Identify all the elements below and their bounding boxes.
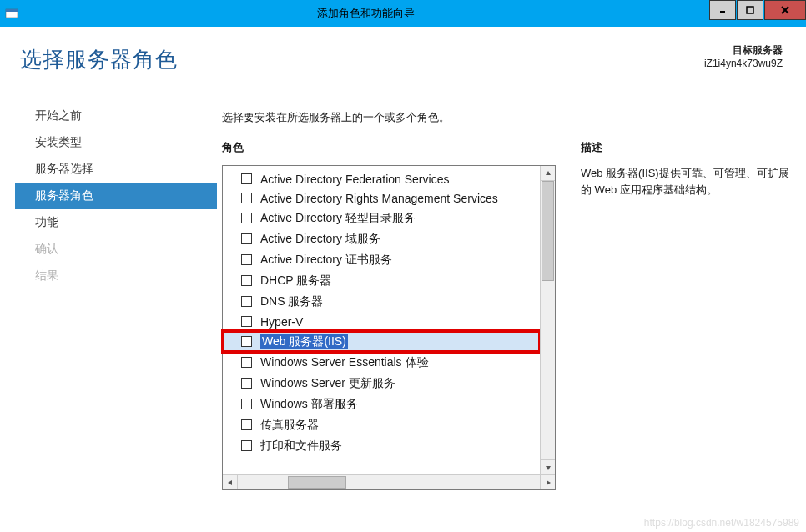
nav-item-2[interactable]: 服务器选择 (20, 156, 217, 183)
role-row-2[interactable]: Active Directory 轻型目录服务 (223, 208, 540, 228)
role-row-0[interactable]: Active Directory Federation Services (223, 169, 540, 188)
role-row-12[interactable]: 传真服务器 (223, 414, 540, 435)
checkbox-icon[interactable] (241, 173, 252, 184)
role-row-9[interactable]: Windows Server Essentials 体验 (223, 352, 540, 373)
description-header: 描述 (581, 140, 794, 155)
roles-listbox: Active Directory Federation ServicesActi… (222, 165, 556, 490)
role-row-7[interactable]: Hyper-V (223, 312, 540, 331)
target-server-label: 目标服务器 (704, 43, 783, 58)
role-row-4[interactable]: Active Directory 证书服务 (223, 249, 540, 270)
instruction-text: 选择要安装在所选服务器上的一个或多个角色。 (222, 110, 794, 125)
role-label: Active Directory 证书服务 (260, 253, 392, 268)
role-label: 传真服务器 (260, 418, 319, 433)
scroll-thumb[interactable] (542, 181, 554, 281)
svg-rect-3 (747, 7, 753, 13)
svg-marker-8 (228, 480, 232, 485)
scroll-right-button[interactable] (540, 475, 555, 489)
role-row-10[interactable]: Windows Server 更新服务 (223, 373, 540, 394)
checkbox-icon[interactable] (241, 357, 252, 368)
description-text: Web 服务器(IIS)提供可靠、可管理、可扩展的 Web 应用程序基础结构。 (581, 165, 794, 198)
svg-marker-6 (546, 171, 551, 175)
scroll-down-button[interactable] (541, 459, 555, 474)
role-label: Windows 部署服务 (260, 397, 358, 412)
role-row-11[interactable]: Windows 部署服务 (223, 394, 540, 414)
page-title: 选择服务器角色 (20, 45, 217, 74)
hscroll-track[interactable] (238, 475, 540, 489)
checkbox-icon[interactable] (241, 378, 252, 389)
nav-item-6: 结果 (20, 263, 217, 289)
checkbox-icon[interactable] (241, 296, 252, 307)
nav-item-4[interactable]: 功能 (20, 209, 217, 236)
role-row-3[interactable]: Active Directory 域服务 (223, 228, 540, 249)
role-label: 打印和文件服务 (260, 439, 342, 454)
role-label: Hyper-V (260, 315, 303, 329)
nav-item-0[interactable]: 开始之前 (20, 103, 217, 129)
svg-marker-7 (546, 466, 551, 470)
roles-list[interactable]: Active Directory Federation ServicesActi… (223, 166, 540, 474)
nav-item-3[interactable]: 服务器角色 (15, 183, 217, 209)
role-label: Windows Server Essentials 体验 (260, 355, 429, 370)
role-label: Active Directory 轻型目录服务 (260, 211, 416, 226)
checkbox-icon[interactable] (241, 419, 252, 430)
roles-header: 角色 (222, 140, 556, 155)
wizard-nav: 开始之前安装类型服务器选择服务器角色功能确认结果 (20, 96, 217, 289)
app-icon (5, 7, 18, 20)
checkbox-icon[interactable] (241, 440, 252, 451)
role-label: DNS 服务器 (260, 294, 323, 309)
vertical-scrollbar[interactable] (540, 166, 555, 474)
svg-rect-1 (6, 9, 18, 12)
checkbox-icon[interactable] (241, 336, 252, 347)
horizontal-scrollbar[interactable] (223, 474, 555, 489)
target-server-name: iZ1i4yn4k73wu9Z (704, 58, 783, 69)
checkbox-icon[interactable] (241, 233, 252, 244)
svg-marker-9 (547, 480, 551, 485)
checkbox-icon[interactable] (241, 254, 252, 265)
watermark: https://blog.csdn.net/w1824575989 (644, 517, 799, 529)
scroll-up-button[interactable] (541, 166, 555, 181)
window-title: 添加角色和功能向导 (23, 6, 708, 21)
role-row-8[interactable]: Web 服务器(IIS) (223, 331, 540, 352)
checkbox-icon[interactable] (241, 316, 252, 327)
window-controls (708, 0, 806, 27)
role-row-13[interactable]: 打印和文件服务 (223, 435, 540, 456)
titlebar: 添加角色和功能向导 (0, 0, 806, 27)
role-label: DHCP 服务器 (260, 274, 331, 289)
role-row-6[interactable]: DNS 服务器 (223, 291, 540, 312)
checkbox-icon[interactable] (241, 399, 252, 409)
hscroll-thumb[interactable] (288, 476, 346, 489)
checkbox-icon[interactable] (241, 275, 252, 286)
role-label: Active Directory Federation Services (260, 173, 449, 186)
nav-item-5: 确认 (20, 236, 217, 263)
scroll-left-button[interactable] (223, 475, 238, 489)
role-row-5[interactable]: DHCP 服务器 (223, 270, 540, 291)
role-row-1[interactable]: Active Directory Rights Management Servi… (223, 188, 540, 208)
scroll-track[interactable] (541, 181, 555, 459)
nav-item-1[interactable]: 安装类型 (20, 129, 217, 156)
minimize-button[interactable] (709, 0, 736, 20)
role-label: Active Directory Rights Management Servi… (260, 192, 498, 205)
role-label: Web 服务器(IIS) (260, 334, 348, 349)
checkbox-icon[interactable] (241, 213, 252, 223)
target-server-info: 目标服务器 iZ1i4yn4k73wu9Z (704, 43, 783, 69)
role-label: Active Directory 域服务 (260, 232, 380, 247)
role-label: Windows Server 更新服务 (260, 376, 395, 391)
checkbox-icon[interactable] (241, 193, 252, 203)
close-button[interactable] (764, 0, 806, 20)
maximize-button[interactable] (737, 0, 763, 20)
